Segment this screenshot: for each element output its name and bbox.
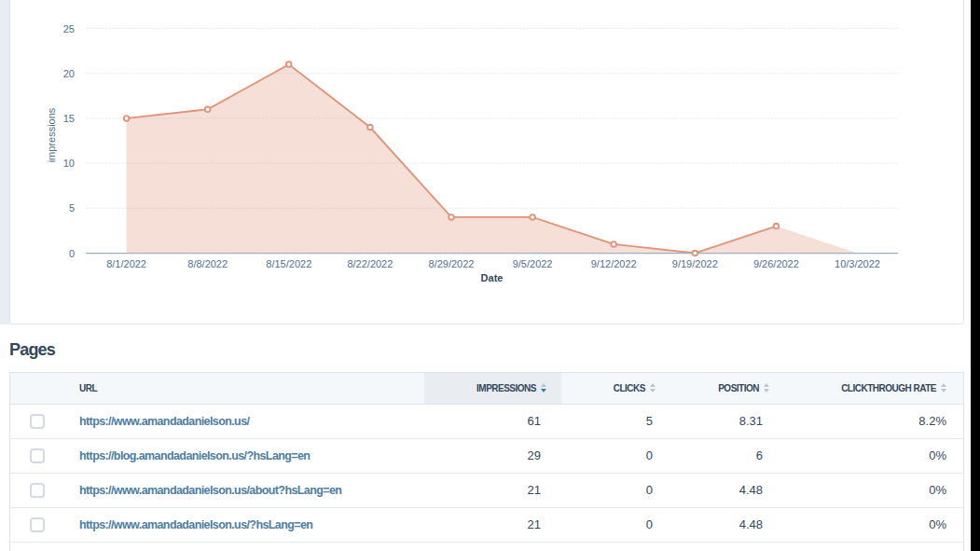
svg-text:9/12/2022: 9/12/2022 xyxy=(591,258,637,269)
svg-text:8/29/2022: 8/29/2022 xyxy=(429,258,475,269)
svg-text:9/26/2022: 9/26/2022 xyxy=(753,258,799,269)
svg-text:10: 10 xyxy=(63,158,75,169)
svg-text:8/1/2022: 8/1/2022 xyxy=(106,258,146,269)
svg-text:8/8/2022: 8/8/2022 xyxy=(187,258,228,269)
svg-text:10/3/2022: 10/3/2022 xyxy=(835,258,880,269)
svg-text:25: 25 xyxy=(63,23,75,34)
svg-text:impressions: impressions xyxy=(46,107,57,162)
svg-text:20: 20 xyxy=(63,68,75,79)
svg-text:9/19/2022: 9/19/2022 xyxy=(672,258,718,269)
svg-text:15: 15 xyxy=(63,113,75,124)
svg-text:5: 5 xyxy=(69,202,75,214)
svg-text:9/5/2022: 9/5/2022 xyxy=(513,258,553,269)
svg-text:Date: Date xyxy=(481,272,504,283)
svg-text:8/22/2022: 8/22/2022 xyxy=(347,258,393,269)
svg-text:0: 0 xyxy=(69,248,75,259)
svg-text:8/15/2022: 8/15/2022 xyxy=(266,258,311,269)
